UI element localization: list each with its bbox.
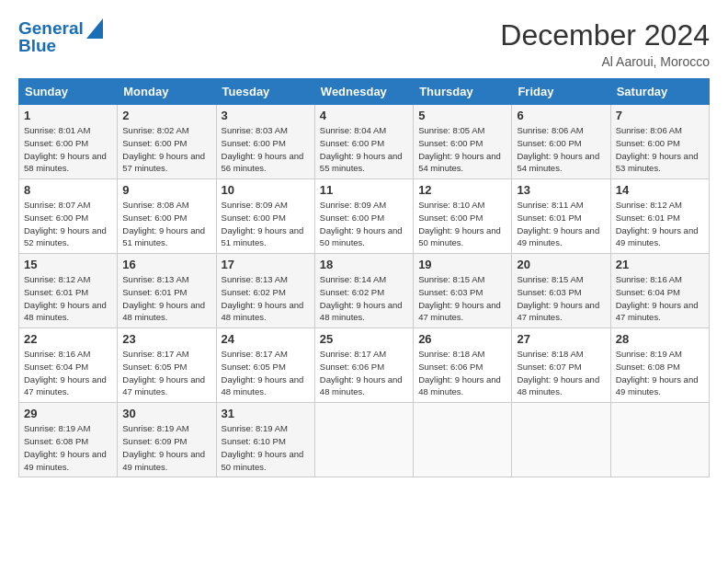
calendar-day-cell: 27 Sunrise: 8:18 AMSunset: 6:07 PMDaylig… (512, 328, 610, 403)
calendar-header-tuesday: Tuesday (216, 79, 314, 105)
day-number: 18 (320, 258, 408, 271)
day-info: Sunrise: 8:16 AMSunset: 6:04 PMDaylight:… (24, 349, 107, 396)
day-info: Sunrise: 8:06 AMSunset: 6:00 PMDaylight:… (517, 125, 599, 173)
day-info: Sunrise: 8:16 AMSunset: 6:04 PMDaylight:… (616, 274, 699, 322)
day-info: Sunrise: 8:18 AMSunset: 6:06 PMDaylight:… (418, 349, 501, 396)
calendar-day-cell (610, 403, 709, 477)
day-number: 30 (122, 407, 210, 420)
calendar-header-wednesday: Wednesday (314, 79, 413, 105)
day-info: Sunrise: 8:17 AMSunset: 6:06 PMDaylight:… (320, 349, 403, 396)
calendar-header-thursday: Thursday (414, 79, 512, 105)
calendar-day-cell: 19 Sunrise: 8:15 AMSunset: 6:03 PMDaylig… (414, 254, 512, 328)
calendar-day-cell: 3 Sunrise: 8:03 AMSunset: 6:00 PMDayligh… (216, 105, 314, 179)
day-number: 12 (418, 183, 506, 197)
month-year-title: December 2024 (500, 18, 710, 52)
location-subtitle: Al Aaroui, Morocco (500, 54, 710, 69)
logo-arrow-icon (86, 18, 103, 39)
day-info: Sunrise: 8:19 AMSunset: 6:08 PMDaylight:… (616, 349, 699, 396)
day-info: Sunrise: 8:03 AMSunset: 6:00 PMDaylight:… (222, 125, 304, 173)
day-number: 27 (517, 332, 605, 346)
day-number: 11 (320, 183, 408, 197)
day-number: 19 (418, 258, 506, 271)
calendar-day-cell: 25 Sunrise: 8:17 AMSunset: 6:06 PMDaylig… (314, 328, 413, 403)
day-number: 14 (616, 183, 704, 197)
day-number: 22 (24, 332, 112, 346)
day-number: 5 (418, 109, 506, 122)
day-info: Sunrise: 8:13 AMSunset: 6:01 PMDaylight:… (122, 274, 205, 322)
calendar-day-cell: 22 Sunrise: 8:16 AMSunset: 6:04 PMDaylig… (19, 328, 118, 403)
day-info: Sunrise: 8:08 AMSunset: 6:00 PMDaylight:… (122, 200, 205, 247)
calendar-day-cell: 21 Sunrise: 8:16 AMSunset: 6:04 PMDaylig… (610, 254, 709, 328)
day-info: Sunrise: 8:05 AMSunset: 6:00 PMDaylight:… (418, 125, 501, 173)
day-info: Sunrise: 8:02 AMSunset: 6:00 PMDaylight:… (122, 125, 205, 173)
day-number: 20 (517, 258, 605, 271)
calendar-day-cell: 17 Sunrise: 8:13 AMSunset: 6:02 PMDaylig… (216, 254, 314, 328)
day-info: Sunrise: 8:15 AMSunset: 6:03 PMDaylight:… (418, 274, 501, 322)
calendar-day-cell: 18 Sunrise: 8:14 AMSunset: 6:02 PMDaylig… (314, 254, 413, 328)
calendar-day-cell: 7 Sunrise: 8:06 AMSunset: 6:00 PMDayligh… (610, 105, 709, 179)
day-info: Sunrise: 8:14 AMSunset: 6:02 PMDaylight:… (320, 274, 403, 322)
day-number: 31 (222, 407, 310, 420)
calendar-day-cell: 9 Sunrise: 8:08 AMSunset: 6:00 PMDayligh… (118, 179, 216, 254)
calendar-day-cell: 4 Sunrise: 8:04 AMSunset: 6:00 PMDayligh… (314, 105, 413, 179)
day-info: Sunrise: 8:17 AMSunset: 6:05 PMDaylight:… (222, 349, 304, 396)
day-info: Sunrise: 8:18 AMSunset: 6:07 PMDaylight:… (517, 349, 599, 396)
day-number: 8 (24, 183, 112, 197)
day-number: 2 (122, 109, 210, 122)
calendar-day-cell: 2 Sunrise: 8:02 AMSunset: 6:00 PMDayligh… (118, 105, 216, 179)
calendar-day-cell: 14 Sunrise: 8:12 AMSunset: 6:01 PMDaylig… (610, 179, 709, 254)
calendar-day-cell (512, 403, 610, 477)
calendar-week-row: 22 Sunrise: 8:16 AMSunset: 6:04 PMDaylig… (19, 328, 710, 403)
calendar-week-row: 1 Sunrise: 8:01 AMSunset: 6:00 PMDayligh… (19, 105, 710, 179)
calendar-table: SundayMondayTuesdayWednesdayThursdayFrid… (18, 78, 710, 477)
calendar-week-row: 15 Sunrise: 8:12 AMSunset: 6:01 PMDaylig… (19, 254, 710, 328)
day-number: 7 (616, 109, 704, 122)
day-info: Sunrise: 8:11 AMSunset: 6:01 PMDaylight:… (517, 200, 599, 247)
calendar-day-cell: 12 Sunrise: 8:10 AMSunset: 6:00 PMDaylig… (414, 179, 512, 254)
day-info: Sunrise: 8:19 AMSunset: 6:09 PMDaylight:… (122, 423, 205, 471)
day-number: 1 (24, 109, 112, 122)
calendar-day-cell: 15 Sunrise: 8:12 AMSunset: 6:01 PMDaylig… (19, 254, 118, 328)
day-number: 6 (517, 109, 605, 122)
day-info: Sunrise: 8:07 AMSunset: 6:00 PMDaylight:… (24, 200, 107, 247)
day-info: Sunrise: 8:01 AMSunset: 6:00 PMDaylight:… (24, 125, 107, 173)
calendar-day-cell: 30 Sunrise: 8:19 AMSunset: 6:09 PMDaylig… (118, 403, 216, 477)
day-info: Sunrise: 8:19 AMSunset: 6:10 PMDaylight:… (222, 423, 304, 471)
calendar-day-cell: 6 Sunrise: 8:06 AMSunset: 6:00 PMDayligh… (512, 105, 610, 179)
page-header: General Blue December 2024 Al Aaroui, Mo… (18, 18, 710, 69)
calendar-header-sunday: Sunday (19, 79, 118, 105)
calendar-day-cell: 5 Sunrise: 8:05 AMSunset: 6:00 PMDayligh… (414, 105, 512, 179)
calendar-day-cell: 16 Sunrise: 8:13 AMSunset: 6:01 PMDaylig… (118, 254, 216, 328)
day-number: 26 (418, 332, 506, 346)
day-number: 13 (517, 183, 605, 197)
calendar-day-cell (314, 403, 413, 477)
day-number: 17 (222, 258, 310, 271)
day-number: 29 (24, 407, 112, 420)
day-number: 24 (222, 332, 310, 346)
calendar-day-cell: 11 Sunrise: 8:09 AMSunset: 6:00 PMDaylig… (314, 179, 413, 254)
day-number: 4 (320, 109, 408, 122)
calendar-week-row: 29 Sunrise: 8:19 AMSunset: 6:08 PMDaylig… (19, 403, 710, 477)
day-number: 9 (122, 183, 210, 197)
calendar-week-row: 8 Sunrise: 8:07 AMSunset: 6:00 PMDayligh… (19, 179, 710, 254)
day-number: 3 (222, 109, 310, 122)
svg-marker-0 (86, 18, 103, 39)
day-info: Sunrise: 8:06 AMSunset: 6:00 PMDaylight:… (616, 125, 699, 173)
calendar-day-cell: 24 Sunrise: 8:17 AMSunset: 6:05 PMDaylig… (216, 328, 314, 403)
calendar-header-monday: Monday (118, 79, 216, 105)
day-info: Sunrise: 8:09 AMSunset: 6:00 PMDaylight:… (320, 200, 403, 247)
day-info: Sunrise: 8:12 AMSunset: 6:01 PMDaylight:… (616, 200, 699, 247)
day-info: Sunrise: 8:19 AMSunset: 6:08 PMDaylight:… (24, 423, 107, 471)
calendar-day-cell: 8 Sunrise: 8:07 AMSunset: 6:00 PMDayligh… (19, 179, 118, 254)
calendar-day-cell (414, 403, 512, 477)
day-info: Sunrise: 8:04 AMSunset: 6:00 PMDaylight:… (320, 125, 403, 173)
calendar-day-cell: 23 Sunrise: 8:17 AMSunset: 6:05 PMDaylig… (118, 328, 216, 403)
calendar-header-saturday: Saturday (610, 79, 709, 105)
day-number: 10 (222, 183, 310, 197)
calendar-day-cell: 13 Sunrise: 8:11 AMSunset: 6:01 PMDaylig… (512, 179, 610, 254)
day-info: Sunrise: 8:15 AMSunset: 6:03 PMDaylight:… (517, 274, 599, 322)
day-info: Sunrise: 8:13 AMSunset: 6:02 PMDaylight:… (222, 274, 304, 322)
day-number: 15 (24, 258, 112, 271)
day-info: Sunrise: 8:09 AMSunset: 6:00 PMDaylight:… (222, 200, 304, 247)
logo-text-line2: Blue (18, 37, 103, 56)
